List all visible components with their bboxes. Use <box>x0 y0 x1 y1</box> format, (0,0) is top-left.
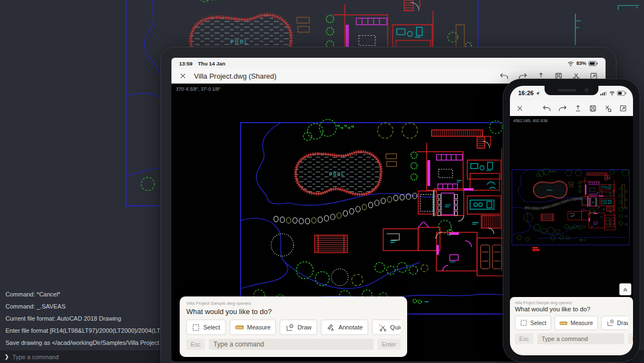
history-line: Enter file format [R14(LT98&LT97)/2000(L… <box>5 324 170 337</box>
close-icon[interactable] <box>179 72 187 80</box>
esc-button[interactable]: Esc <box>186 339 205 350</box>
draw-icon <box>606 319 614 327</box>
tablet-command-panel: Villa Project Sample.dwg opened. What wo… <box>180 296 407 357</box>
measure-icon <box>235 323 244 331</box>
draw-label: Draw <box>297 324 312 331</box>
panel-question: What would you like to do? <box>515 306 628 312</box>
phone-canvas[interactable]: 4562.065, 892.636 <box>510 116 633 297</box>
phone-command-panel: Villa Project Sample.dwg opened. What wo… <box>510 297 633 355</box>
panel-input-row: Esc Enter <box>186 339 401 350</box>
panel-message: Villa Project Sample.dwg opened. <box>186 301 401 306</box>
command-input[interactable] <box>209 339 373 350</box>
draw-button[interactable]: Draw <box>601 316 628 330</box>
select-label: Select <box>530 320 546 326</box>
save-icon[interactable] <box>589 105 597 112</box>
history-line: Save drawing as </acad/workingDir/Sample… <box>5 337 170 349</box>
collapse-panel-button[interactable] <box>619 283 631 295</box>
command-input[interactable] <box>537 333 624 344</box>
battery-percent: 83% <box>576 61 586 66</box>
history-line: Command: *Cancel* <box>5 288 170 300</box>
esc-button[interactable]: Esc <box>515 333 534 344</box>
phone-coordinates: 4562.065, 892.636 <box>513 118 548 123</box>
draw-button[interactable]: Draw <box>280 320 317 335</box>
annotate-icon <box>326 323 335 332</box>
scissors-zoom-icon[interactable] <box>604 105 612 112</box>
quick-trim-icon <box>377 323 387 332</box>
panel-input-row: Esc Enter <box>515 333 628 344</box>
enter-button[interactable]: Enter <box>377 339 401 350</box>
measure-icon <box>559 320 568 327</box>
panel-button-row: Select Measure <box>186 320 401 335</box>
quick-trim-button[interactable]: Quick Trim <box>372 320 401 335</box>
tablet-clock: 13:59 <box>179 61 192 67</box>
select-icon <box>520 319 528 327</box>
phone-status-bar: 16:26 <box>510 86 633 101</box>
phone-siteplan <box>510 116 633 297</box>
redo-icon[interactable] <box>558 105 567 112</box>
phone-notch <box>545 86 598 95</box>
undo-icon[interactable] <box>542 105 551 112</box>
wifi-icon <box>609 90 615 96</box>
panel-message: Villa Project Sample.dwg opened. <box>515 301 628 305</box>
history-line: Current file format: AutoCAD 2018 Drawin… <box>5 312 170 324</box>
document-title: Villa Project.dwg (Shared) <box>194 72 276 80</box>
dimension-marks <box>575 6 639 45</box>
undo-icon[interactable] <box>499 72 509 80</box>
prompt-chevron-icon: ❯ <box>4 354 9 360</box>
upload-icon[interactable] <box>574 105 582 112</box>
measure-button[interactable]: Measure <box>230 320 276 335</box>
draw-icon <box>285 323 294 332</box>
draw-label: Draw <box>617 320 628 326</box>
tablet-status-bar: 13:59 Thu 14 Jan 83% <box>171 58 606 69</box>
panel-question: What would you like to do? <box>186 307 401 316</box>
command-history: Command: *Cancel* Command: _.SAVEAS Curr… <box>5 288 170 349</box>
phone-toolbar <box>510 101 633 116</box>
phone-clock: 16:26 <box>518 90 534 96</box>
select-icon <box>192 323 200 332</box>
quick-trim-label: Quick Trim <box>390 324 401 331</box>
desktop-background: POOL <box>0 0 644 363</box>
panel-button-row: Select Measure <box>515 316 628 330</box>
measure-label: Measure <box>570 320 593 326</box>
battery-icon <box>589 61 598 66</box>
signal-icon <box>600 91 607 96</box>
tablet-date: Thu 14 Jan <box>198 61 225 67</box>
select-button[interactable]: Select <box>515 316 551 330</box>
measure-button[interactable]: Measure <box>554 316 598 330</box>
location-arrow-icon <box>535 91 540 96</box>
desktop-command-prompt: Type a command <box>12 354 58 360</box>
measure-label: Measure <box>247 324 271 331</box>
select-button[interactable]: Select <box>186 320 226 335</box>
annotate-label: Annotate <box>338 324 363 331</box>
enter-button[interactable]: Enter <box>628 333 633 344</box>
close-icon[interactable] <box>516 105 524 112</box>
expand-icon[interactable] <box>619 105 627 112</box>
wifi-icon <box>567 61 574 67</box>
select-label: Select <box>203 324 220 331</box>
tablet-coordinates: 370'-6 5/8", 37'-0 1/8" <box>176 86 220 92</box>
chevrons-up-icon <box>622 286 629 293</box>
phone-device: 16:26 <box>503 79 640 362</box>
annotate-button[interactable]: Annotate <box>321 320 368 335</box>
phone-screen: 16:26 <box>510 86 633 355</box>
history-line: Command: _.SAVEAS <box>5 300 170 312</box>
battery-icon <box>617 91 626 96</box>
